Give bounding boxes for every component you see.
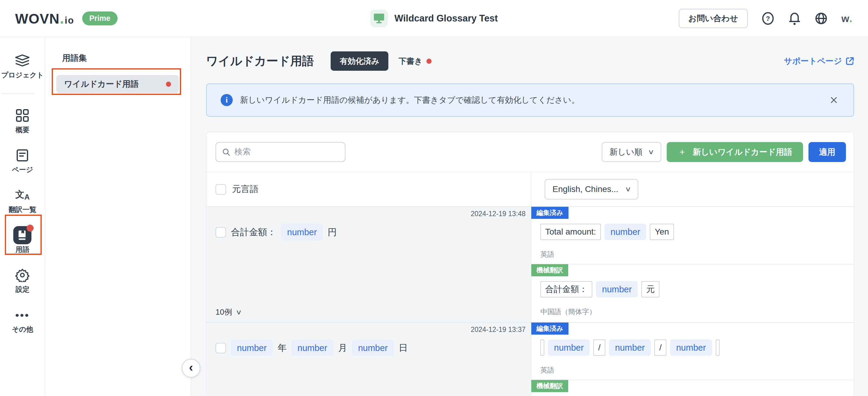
collapse-sidebar-button[interactable]: ‹ — [182, 359, 200, 377]
apply-button[interactable]: 適用 — [808, 142, 846, 162]
info-icon: i — [221, 94, 233, 106]
row-checkbox[interactable] — [216, 227, 226, 238]
source-text-segment: 年 — [277, 342, 286, 354]
language-button[interactable] — [815, 12, 828, 25]
row-timestamp: 2024-12-19 13:37 — [471, 326, 526, 334]
source-cell: 2024-12-19 13:37number年number月number日 — [207, 323, 531, 396]
user-avatar[interactable]: w. — [841, 12, 852, 25]
page-icon — [16, 149, 29, 162]
wildcard-chip[interactable]: number — [548, 339, 590, 356]
target-language-dropdown[interactable]: English, Chines... ∨ — [545, 179, 638, 200]
status-badge: 機械翻訳 — [531, 380, 568, 392]
sidebar-item-overview[interactable]: 概要 — [1, 109, 44, 134]
wildcard-chip: number — [231, 340, 273, 356]
glossary-item-wildcard-terms[interactable]: ワイルドカード用語 — [56, 75, 179, 93]
tab-activated[interactable]: 有効化済み — [331, 51, 389, 71]
more-icon: ••• — [16, 308, 30, 322]
sidebar-item-translations[interactable]: 文A翻訳一覧 — [1, 188, 44, 214]
select-all-checkbox[interactable] — [216, 184, 226, 195]
notification-dot — [27, 224, 34, 232]
add-wildcard-term-button[interactable]: ＋ 新しいワイルドカード用語 — [667, 142, 803, 162]
segment-box[interactable]: 合計金額： — [540, 281, 592, 298]
tab-draft[interactable]: 下書き — [399, 56, 432, 66]
sort-dropdown[interactable]: 新しい順 ∨ — [602, 142, 661, 162]
status-badge: 編集済み — [531, 207, 568, 219]
tabs: 有効化済み 下書き — [331, 51, 431, 71]
language-label: 中国語（簡体字） — [540, 307, 854, 316]
segment-box[interactable]: / — [654, 339, 666, 356]
source-text-segment: 月 — [338, 342, 347, 354]
segment-box[interactable]: 元 — [641, 281, 659, 298]
wildcard-chip[interactable]: number — [670, 339, 712, 356]
glossary-card: 新しい順 ∨ ＋ 新しいワイルドカード用語 適用 元言語 — [206, 132, 854, 396]
sidebar-item-label: 設定 — [16, 285, 29, 294]
help-icon: ? — [762, 12, 774, 25]
wildcard-chip[interactable]: number — [609, 339, 651, 356]
target-language-value: English, Chines... — [553, 184, 618, 194]
contact-button[interactable]: お問い合わせ — [679, 9, 748, 28]
wovn-logo[interactable]: WOVN.io — [15, 10, 74, 27]
language-label: 英語 — [540, 365, 854, 375]
glossary-sidebar: 用語集 ワイルドカード用語 — [45, 37, 191, 396]
support-link-label: サポートページ — [784, 56, 842, 66]
search-icon — [222, 148, 230, 157]
status-badge: 機械翻訳 — [531, 264, 568, 276]
grid-icon — [16, 109, 29, 122]
book-icon-wrap — [13, 226, 32, 245]
wildcard-chip[interactable]: number — [604, 224, 646, 240]
bell-icon — [788, 12, 801, 25]
tab-draft-label: 下書き — [399, 56, 423, 66]
chevron-down-icon: ∨ — [625, 185, 631, 193]
external-link-icon — [846, 57, 854, 65]
sidebar-item-pages[interactable]: ページ — [1, 148, 44, 175]
source-cell: 2024-12-19 13:48合計金額：number円10例∨ — [207, 207, 531, 322]
sidebar-item-label: ページ — [12, 165, 33, 175]
logo-suffix: io — [65, 15, 74, 26]
examples-toggle[interactable]: 10例∨ — [216, 307, 526, 317]
translation-segments: Total amount:numberYen — [540, 224, 854, 240]
source-term-line: number年number月number日 — [216, 340, 526, 356]
translation-sub-cell: 機械翻訳合計金額：number元中国語（簡体字） — [531, 264, 854, 322]
wildcard-chip[interactable]: number — [596, 281, 638, 298]
project-tile — [370, 10, 388, 27]
segment-box[interactable]: Total amount: — [540, 224, 601, 240]
close-icon — [830, 96, 838, 104]
segment-box[interactable]: / — [593, 339, 606, 356]
globe-icon — [815, 12, 828, 25]
search-box — [216, 142, 345, 162]
segment-box-empty[interactable] — [540, 339, 544, 356]
tab-activated-label: 有効化済み — [340, 56, 379, 66]
info-banner: i 新しいワイルドカード用語の候補があります。下書きタブで確認して有効化してくだ… — [206, 84, 854, 117]
sidebar-item-glossary[interactable]: 用語 — [1, 228, 44, 254]
project-switcher[interactable]: Wildcard Glossary Test — [370, 0, 498, 37]
sidebar-item-more[interactable]: •••その他 — [1, 308, 44, 334]
translation-segments: number/number/number — [540, 339, 854, 356]
sidebar-item-label: その他 — [12, 325, 33, 334]
support-page-link[interactable]: サポートページ — [784, 56, 854, 66]
language-label: 英語 — [540, 250, 854, 259]
glossary-toolbar: 新しい順 ∨ ＋ 新しいワイルドカード用語 適用 — [207, 132, 854, 172]
row-checkbox[interactable] — [216, 343, 226, 354]
segment-box-empty[interactable] — [716, 339, 720, 356]
help-button[interactable]: ? — [762, 12, 774, 25]
sidebar-item-settings[interactable]: 設定 — [1, 268, 44, 294]
sidebar-item-project[interactable]: プロジェクト — [1, 54, 44, 80]
info-banner-text: 新しいワイルドカード用語の候補があります。下書きタブで確認して有効化してください… — [240, 95, 579, 105]
glossary-panel-title: 用語集 — [62, 53, 191, 63]
row-timestamp: 2024-12-19 13:48 — [471, 210, 526, 218]
avatar-text: w — [841, 13, 849, 25]
banner-close-button[interactable] — [828, 94, 840, 106]
notifications-button[interactable] — [788, 12, 801, 25]
source-term-line: 合計金額：number円 — [216, 224, 526, 240]
translations-cell: 編集済みTotal amount:numberYen英語機械翻訳合計金額：num… — [531, 207, 854, 322]
top-header: WOVN.io Prime Wildcard Glossary Test お問い… — [0, 0, 868, 37]
search-input[interactable] — [235, 147, 339, 157]
add-wildcard-term-label: 新しいワイルドカード用語 — [693, 147, 792, 157]
sidebar-nav-rail: プロジェクト 概要 ページ文A翻訳一覧 用語 設定•••その他 — [0, 37, 45, 396]
avatar-dot: . — [849, 12, 852, 25]
source-text-segment: 合計金額： — [231, 226, 276, 239]
translation-sub-cell: 機械翻訳 — [531, 380, 854, 396]
project-name: Wildcard Glossary Test — [395, 13, 498, 24]
table-header-row: 元言語 English, Chines... ∨ — [207, 172, 854, 207]
segment-box[interactable]: Yen — [650, 224, 674, 240]
